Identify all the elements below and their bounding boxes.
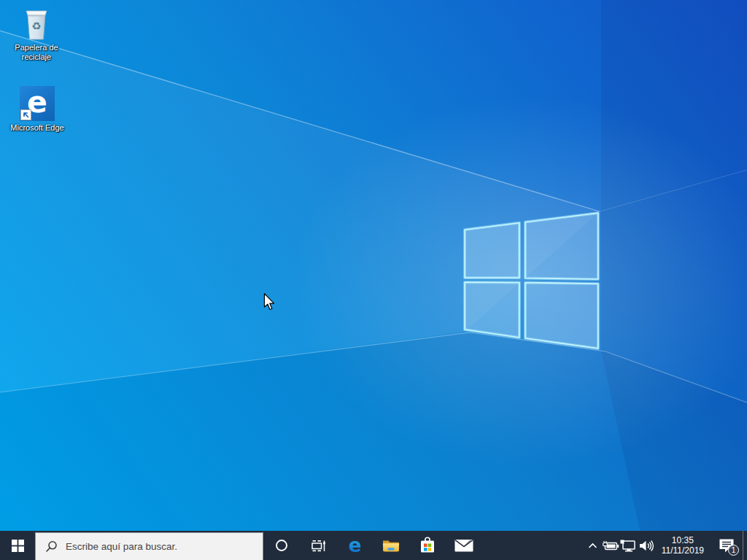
shortcut-arrow-icon	[20, 109, 31, 120]
mail-icon	[454, 537, 474, 553]
svg-text:e: e	[348, 536, 361, 556]
action-center-button[interactable]: 1	[711, 531, 743, 560]
edge-icon: e	[345, 536, 365, 556]
clock-date: 11/11/2019	[662, 545, 704, 556]
speaker-icon	[638, 540, 654, 552]
taskbar-button-mail[interactable]	[446, 531, 482, 560]
taskbar-search-box[interactable]: Escribe aquí para buscar.	[35, 532, 263, 560]
windows-start-icon	[12, 540, 24, 552]
edge-tile-icon: e	[20, 86, 55, 121]
wallpaper	[0, 0, 747, 560]
taskbar-button-edge[interactable]: e	[336, 531, 373, 560]
windows-desktop: ♻ Papelera de reciclaje e Microsoft Edge	[0, 0, 747, 560]
taskbar-button-microsoft-store[interactable]	[409, 531, 446, 560]
desktop-icon-microsoft-edge[interactable]: e Microsoft Edge	[4, 86, 71, 133]
desktop-icon-label: Papelera de reciclaje	[15, 43, 58, 62]
notification-badge: 1	[728, 545, 739, 556]
chevron-up-icon	[588, 542, 597, 549]
taskbar-clock[interactable]: 10:35 11/11/2019	[662, 535, 704, 556]
microsoft-store-icon	[418, 536, 437, 555]
taskbar-button-task-view[interactable]	[300, 531, 336, 560]
system-tray: 10:35 11/11/2019 1	[584, 531, 747, 560]
taskbar-button-file-explorer[interactable]	[373, 531, 409, 560]
tray-network-button[interactable]	[619, 531, 637, 560]
task-view-icon	[310, 537, 327, 554]
desktop-icon-recycle-bin[interactable]: ♻ Papelera de reciclaje	[3, 6, 70, 62]
search-placeholder: Escribe aquí para buscar.	[66, 541, 177, 552]
tray-volume-button[interactable]	[637, 531, 657, 560]
start-button[interactable]	[0, 531, 35, 560]
file-explorer-icon	[382, 536, 400, 555]
tray-show-hidden-icons-button[interactable]	[584, 531, 602, 560]
tray-battery-button[interactable]	[602, 531, 619, 560]
taskbar: Escribe aquí para buscar.	[0, 531, 747, 560]
cortana-icon	[275, 539, 288, 552]
taskbar-button-cortana[interactable]	[263, 531, 300, 560]
show-desktop-button[interactable]	[743, 531, 747, 560]
svg-text:♻: ♻	[31, 20, 41, 33]
clock-time: 10:35	[662, 535, 704, 546]
network-ethernet-icon	[620, 540, 636, 552]
recycle-bin-icon: ♻	[22, 6, 51, 41]
battery-charging-icon	[602, 540, 619, 551]
search-icon	[45, 540, 58, 553]
desktop-icon-label: Microsoft Edge	[10, 123, 63, 133]
